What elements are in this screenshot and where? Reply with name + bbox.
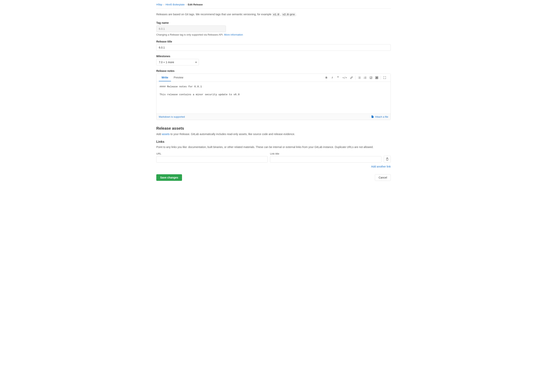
italic-button[interactable]: I (330, 75, 335, 80)
tag-name-section: Tag name Changing a Release tag is only … (156, 21, 391, 36)
fullscreen-button[interactable] (382, 75, 387, 80)
delete-link-button[interactable] (384, 156, 391, 163)
breadcrumb: H5bp › Html5 Boilerplate › Edit Release (156, 3, 391, 8)
milestones-section: Milestones 7.0 + 1 more ▾ (156, 55, 391, 66)
markdown-link[interactable]: Markdown is supported (159, 115, 185, 118)
release-notes-label: Release notes (156, 69, 391, 73)
milestones-dropdown[interactable]: 7.0 + 1 more ▾ (156, 59, 199, 66)
links-title: Links (156, 140, 391, 144)
link-row: URL Link title (156, 152, 391, 163)
link-title-field: Link title (270, 152, 382, 163)
breadcrumb-h5bp[interactable]: H5bp (156, 3, 162, 6)
url-input[interactable] (156, 156, 268, 163)
breadcrumb-sep2: › (186, 3, 186, 6)
release-title-label: Release title (156, 40, 391, 43)
editor-footer: Markdown is supported Attach a file (157, 114, 390, 120)
link-button[interactable] (349, 75, 354, 80)
tab-preview[interactable]: Preview (171, 74, 186, 81)
form-actions: Save changes Cancel (156, 173, 391, 181)
release-title-input[interactable] (156, 44, 391, 51)
add-another-link-button[interactable]: Add another link (371, 165, 391, 168)
tab-write[interactable]: Write (159, 74, 171, 81)
bold-button[interactable]: B (324, 75, 329, 80)
breadcrumb-current: Edit Release (188, 3, 203, 6)
editor-toolbar: B I “ </> (323, 74, 388, 81)
chevron-down-icon: ▾ (193, 59, 199, 65)
breadcrumb-html5bp[interactable]: Html5 Boilerplate (165, 3, 185, 6)
link-title-label: Link title (270, 152, 382, 155)
assets-description: Add assets to your Release. GitLab autom… (156, 132, 391, 136)
editor-body: #### Release notes for 6.0.1 This releas… (157, 82, 390, 114)
attach-file-button[interactable]: Attach a file (371, 115, 388, 118)
toolbar-divider-2 (381, 76, 381, 80)
tag-name-label: Tag name (156, 21, 391, 24)
milestones-select[interactable]: 7.0 + 1 more (157, 59, 193, 65)
quote-button[interactable]: “ (335, 75, 341, 80)
editor-tabs-bar: Write Preview B I “ </> (157, 74, 390, 82)
intro-text: Releases are based on Git tags. We recom… (156, 12, 391, 17)
link-title-input[interactable] (270, 156, 382, 163)
url-field: URL (156, 152, 268, 163)
task-list-button[interactable] (368, 75, 374, 80)
links-description: Point to any links you like: documentati… (156, 145, 391, 149)
breadcrumb-sep1: › (164, 3, 164, 6)
release-assets-title: Release assets (156, 126, 391, 131)
code-v1: v1.0 (272, 13, 280, 16)
editor-container: Write Preview B I “ </> (156, 74, 391, 120)
code-v2: v2.0-pre (282, 13, 295, 16)
ordered-list-button[interactable] (362, 75, 368, 80)
milestones-label: Milestones (156, 55, 391, 58)
tag-more-info-link[interactable]: More information (224, 33, 243, 36)
save-changes-button[interactable]: Save changes (156, 174, 182, 181)
toolbar-divider-1 (355, 76, 356, 80)
code-button[interactable]: </> (341, 75, 348, 80)
add-link-row: Add another link (156, 165, 391, 168)
assets-link[interactable]: assets (162, 133, 170, 136)
release-notes-section: Release notes Write Preview B I “ </> (156, 69, 391, 120)
release-notes-textarea[interactable]: #### Release notes for 6.0.1 This releas… (160, 85, 387, 110)
table-button[interactable] (374, 75, 379, 80)
unordered-list-button[interactable] (357, 75, 362, 80)
url-label: URL (156, 152, 268, 155)
release-title-section: Release title (156, 40, 391, 51)
cancel-button[interactable]: Cancel (375, 174, 391, 181)
tag-name-input (156, 26, 226, 32)
tag-help-text: Changing a Release tag is only supported… (156, 33, 391, 36)
tab-group: Write Preview (159, 74, 186, 81)
